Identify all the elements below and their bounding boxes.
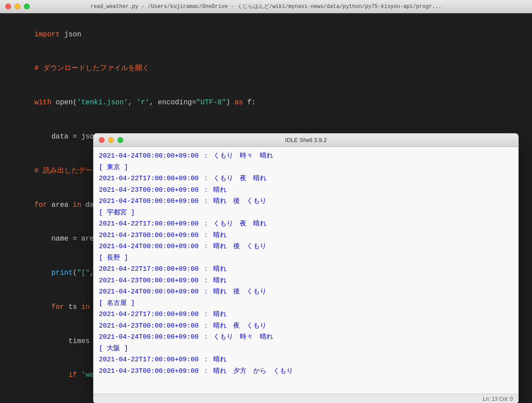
idle-status-bar: Ln: 13 Col: 0 (94, 394, 518, 403)
minimize-button[interactable] (15, 4, 20, 9)
shell-bracket-nagano: [ 長野 ] (99, 253, 513, 264)
shell-data-nagano-3: 2021-04-24T00:00:00+09:00 ： 晴れ 後 くもり (99, 286, 513, 298)
keyword-in-2: in (81, 303, 90, 311)
shell-bracket-utsunomiya: [ 宇都宮 ] (99, 207, 513, 219)
shell-truncated-line: 2021-04-24T00:00:00+09:00 ： くもり 時々 晴れ (99, 150, 513, 162)
keyword-with: with (35, 99, 51, 107)
comment-1: # ダウンロードしたファイルを開く (35, 64, 149, 72)
shell-data-tokyo-3: 2021-04-24T00:00:00+09:00 ： 晴れ 後 くもり (99, 196, 513, 207)
shell-data-tokyo-1: 2021-04-22T17:00:00+09:00 ： くもり 夜 晴れ (99, 173, 513, 185)
shell-data-osaka-2: 2021-04-23T00:00:00+09:00 ： 晴れ 夕方 から くもり (99, 366, 513, 377)
idle-traffic-lights (99, 137, 123, 143)
shell-data-utsunomiya-2: 2021-04-23T00:00:00+09:00 ： 晴れ (99, 230, 513, 241)
shell-data-osaka-1: 2021-04-22T17:00:00+09:00 ： 晴れ (99, 354, 513, 366)
code-line-2: # ダウンロードしたファイルを開く (4, 52, 532, 86)
traffic-lights (5, 4, 30, 9)
close-button[interactable] (5, 4, 11, 9)
shell-data-nagoya-2: 2021-04-23T00:00:00+09:00 ： 晴れ 夜 くもり (99, 320, 513, 332)
window-title: read_weather.py - /Users/kujiramac/OneDr… (90, 3, 442, 10)
keyword-as: as (235, 99, 243, 107)
keyword-import: import (35, 31, 60, 39)
shell-bracket-osaka: [ 大阪 ] (99, 343, 513, 355)
idle-minimize-button[interactable] (108, 137, 114, 143)
code-line-1: import json (4, 18, 532, 52)
shell-data-nagoya-3: 2021-04-24T00:00:00+09:00 ： くもり 時々 晴れ (99, 332, 513, 343)
title-bar: read_weather.py - /Users/kujiramac/OneDr… (0, 0, 532, 13)
idle-close-button[interactable] (99, 137, 105, 143)
idle-window-title: IDLE Shell 3.9.2 (285, 137, 327, 143)
shell-data-utsunomiya-1: 2021-04-22T17:00:00+09:00 ： くもり 夜 晴れ (99, 218, 513, 230)
idle-title-bar: IDLE Shell 3.9.2 (94, 134, 518, 147)
shell-data-nagoya-1: 2021-04-22T17:00:00+09:00 ： 晴れ (99, 309, 513, 320)
print-func-1: print (51, 269, 73, 277)
shell-bracket-nagoya: [ 名古屋 ] (99, 298, 513, 309)
idle-shell-window[interactable]: IDLE Shell 3.9.2 2021-04-24T00:00:00+09:… (93, 133, 519, 403)
shell-data-utsunomiya-3: 2021-04-24T00:00:00+09:00 ： 晴れ 後 くもり (99, 241, 513, 253)
idle-status-text: Ln: 13 Col: 0 (483, 396, 513, 402)
keyword-in-1: in (73, 201, 81, 209)
code-line-3: with open('tenki.json', 'r', encoding="U… (4, 86, 532, 120)
code-editor: import json # ダウンロードしたファイルを開く with open(… (0, 13, 532, 403)
idle-shell-content[interactable]: 2021-04-24T00:00:00+09:00 ： くもり 時々 晴れ [ … (94, 147, 518, 394)
shell-bracket-tokyo: [ 東京 ] (99, 162, 513, 174)
maximize-button[interactable] (24, 4, 30, 9)
shell-data-tokyo-2: 2021-04-23T00:00:00+09:00 ： 晴れ (99, 185, 513, 196)
idle-maximize-button[interactable] (117, 137, 123, 143)
shell-data-nagano-1: 2021-04-22T17:00:00+09:00 ： 晴れ (99, 264, 513, 275)
shell-data-nagano-2: 2021-04-23T00:00:00+09:00 ： 晴れ (99, 275, 513, 287)
keyword-for-2: for (51, 303, 64, 311)
keyword-if: if (68, 371, 77, 379)
keyword-for-1: for (35, 201, 47, 209)
